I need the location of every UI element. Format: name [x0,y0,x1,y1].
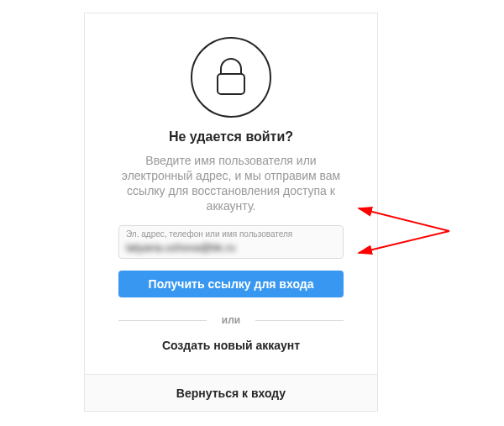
divider-text: или [207,314,255,326]
lock-icon-wrap [118,37,344,118]
credential-input[interactable] [126,240,336,255]
credential-field-label: Эл. адрес, телефон или имя пользователя [126,229,336,239]
create-account-link[interactable]: Создать новый аккаунт [162,339,300,352]
lock-icon [191,37,271,118]
credential-field[interactable]: Эл. адрес, телефон или имя пользователя [118,225,344,259]
send-login-link-button[interactable]: Получить ссылку для входа [118,271,344,297]
divider-line-left [118,320,207,321]
login-help-card: Не удается войти? Введите имя пользовате… [84,13,378,412]
card-body: Не удается войти? Введите имя пользовате… [85,13,377,374]
svg-rect-0 [218,74,244,94]
divider-line-right [255,320,344,321]
page-title: Не удается войти? [118,129,344,145]
page-description: Введите имя пользователя или электронный… [118,153,344,213]
divider: или [118,314,344,326]
card-footer: Вернуться к входу [85,374,377,411]
back-to-login-link[interactable]: Вернуться к входу [176,387,286,400]
